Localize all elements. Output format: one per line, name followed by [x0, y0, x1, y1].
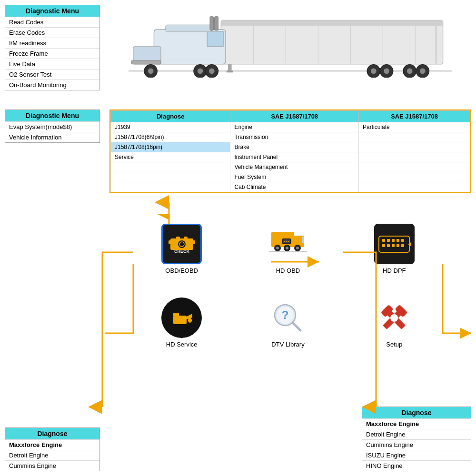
- table-col1-row-3[interactable]: Service: [111, 152, 230, 162]
- svg-point-89: [390, 314, 398, 322]
- svg-point-22: [209, 68, 215, 74]
- diagnose-table-area: Diagnose SAE J1587/1708 SAE J1587/1708 J…: [109, 109, 471, 193]
- svg-rect-69: [382, 244, 385, 247]
- svg-rect-66: [392, 239, 395, 242]
- table-col2-row-0[interactable]: Engine: [230, 122, 359, 132]
- svg-rect-14: [210, 16, 214, 30]
- dtv-library-label: DTV Library: [271, 341, 304, 348]
- svg-point-24: [371, 68, 377, 74]
- hd-service-icon: [161, 298, 202, 338]
- svg-rect-1: [221, 20, 443, 64]
- table-col3-row-4[interactable]: [359, 162, 470, 172]
- diag-bl-item-0[interactable]: Maxxforce Engine: [5, 439, 99, 450]
- col1-header: Diagnose: [111, 111, 230, 122]
- diagnose-table: Diagnose SAE J1587/1708 SAE J1587/1708 J…: [110, 110, 470, 192]
- table-col3-row-0[interactable]: Particulate: [359, 122, 470, 132]
- table-col2-row-6[interactable]: Cab Climate: [230, 182, 359, 192]
- hd-service-icon-box[interactable]: HD Service: [161, 298, 202, 348]
- table-col1-row-2[interactable]: J1587/1708(16pin): [111, 142, 230, 152]
- svg-point-18: [148, 68, 154, 74]
- diag-br-item-3[interactable]: ISUZU Engine: [362, 450, 471, 460]
- obd-eobd-icon: CHECK: [161, 224, 202, 264]
- menu1-item-1[interactable]: Erase Codes: [5, 27, 99, 38]
- svg-text:CHECK: CHECK: [174, 249, 190, 254]
- menu1-item-0[interactable]: Read Codes: [5, 17, 99, 27]
- svg-point-26: [384, 68, 389, 74]
- table-col1-row-5[interactable]: [111, 172, 230, 182]
- svg-rect-44: [184, 237, 188, 240]
- menu1-item-5[interactable]: O2 Sensor Test: [5, 69, 99, 79]
- diag-menu-1-header: Diagnostic Menu: [5, 5, 99, 17]
- diagnostic-menu-2: Diagnostic Menu Evap System(mode$8) Vehi…: [5, 109, 100, 143]
- diag-bl-header: Diagnose: [5, 428, 99, 439]
- truck-image-area: [109, 5, 471, 83]
- diag-br-item-2[interactable]: Cummins Engine: [362, 439, 471, 450]
- svg-rect-64: [382, 239, 385, 242]
- table-col3-row-3[interactable]: [359, 152, 470, 162]
- hd-obd-icon: [268, 224, 308, 264]
- svg-rect-70: [387, 244, 390, 247]
- svg-rect-71: [392, 244, 395, 247]
- svg-point-28: [407, 68, 413, 74]
- svg-rect-42: [191, 240, 195, 244]
- svg-rect-31: [228, 64, 232, 71]
- diag-br-item-4[interactable]: HINO Engine: [362, 460, 471, 471]
- menu2-item-0[interactable]: Evap System(mode$8): [5, 121, 99, 132]
- setup-icon-box[interactable]: Setup: [374, 298, 415, 348]
- hd-dpf-icon-box[interactable]: HD DPF: [374, 224, 415, 274]
- diag-br-item-1[interactable]: Detroit Engine: [362, 429, 471, 439]
- col3-header: SAE J1587/1708: [359, 111, 470, 122]
- svg-point-60: [284, 241, 285, 242]
- table-col1-row-1[interactable]: J1587/1708(6/9pin): [111, 132, 230, 142]
- menu2-item-1[interactable]: Vehicle Information: [5, 132, 99, 142]
- diag-bl-item-2[interactable]: Cummins Engine: [5, 460, 99, 471]
- svg-marker-50: [302, 237, 304, 243]
- table-col1-row-0[interactable]: J1939: [111, 122, 230, 132]
- table-col2-row-5[interactable]: Fuel System: [230, 172, 359, 182]
- diag-bl-item-1[interactable]: Detroit Engine: [5, 450, 99, 460]
- menu1-item-3[interactable]: Freeze Frame: [5, 48, 99, 59]
- icon-row-top: CHECK OBD/EOBD: [129, 224, 447, 274]
- diag-br-item-0[interactable]: Maxxforce Engine: [362, 418, 471, 429]
- menu1-item-6[interactable]: On-Board Monitoring: [5, 79, 99, 90]
- obd-eobd-icon-box[interactable]: CHECK OBD/EOBD: [161, 224, 202, 274]
- table-col3-row-1[interactable]: [359, 132, 470, 142]
- svg-rect-41: [169, 240, 172, 244]
- table-col3-row-6[interactable]: [359, 182, 470, 192]
- svg-rect-65: [387, 239, 390, 242]
- table-col3-row-2[interactable]: [359, 142, 470, 152]
- table-col3-row-5[interactable]: [359, 172, 470, 182]
- table-col2-row-1[interactable]: Transmission: [230, 132, 359, 142]
- truck-illustration: [129, 11, 452, 78]
- hd-obd-icon-box[interactable]: HD OBD: [268, 224, 308, 274]
- hd-obd-label: HD OBD: [276, 267, 300, 274]
- svg-point-30: [420, 68, 426, 74]
- col2-header: SAE J1587/1708: [230, 111, 359, 122]
- svg-text:?: ?: [282, 308, 289, 321]
- table-col2-row-4[interactable]: Vehicle Management: [230, 162, 359, 172]
- diag-br-header: Diagnose: [362, 407, 471, 418]
- svg-rect-68: [401, 239, 404, 242]
- svg-rect-43: [176, 237, 180, 240]
- table-col2-row-2[interactable]: Brake: [230, 142, 359, 152]
- svg-point-52: [276, 247, 279, 249]
- svg-rect-76: [173, 316, 187, 324]
- table-col2-row-3[interactable]: Instrument Panel: [230, 152, 359, 162]
- diagnostic-menu-1: Diagnostic Menu Read Codes Erase Codes I…: [5, 5, 100, 90]
- svg-rect-67: [397, 239, 399, 242]
- svg-point-61: [286, 241, 287, 242]
- setup-icon: [374, 298, 415, 338]
- svg-point-54: [286, 247, 288, 249]
- svg-marker-11: [207, 31, 223, 46]
- dtv-library-icon-box[interactable]: ? DTV Library: [268, 298, 308, 348]
- svg-point-62: [288, 241, 289, 242]
- table-col1-row-4[interactable]: [111, 162, 230, 172]
- obd-eobd-label: OBD/EOBD: [165, 267, 198, 274]
- menu1-item-4[interactable]: Live Data: [5, 59, 99, 69]
- svg-rect-15: [215, 16, 218, 30]
- menu1-item-2[interactable]: I/M readiness: [5, 38, 99, 48]
- svg-rect-16: [131, 60, 161, 64]
- table-col1-row-6[interactable]: [111, 182, 230, 192]
- svg-point-46: [179, 242, 184, 247]
- svg-rect-73: [401, 244, 404, 247]
